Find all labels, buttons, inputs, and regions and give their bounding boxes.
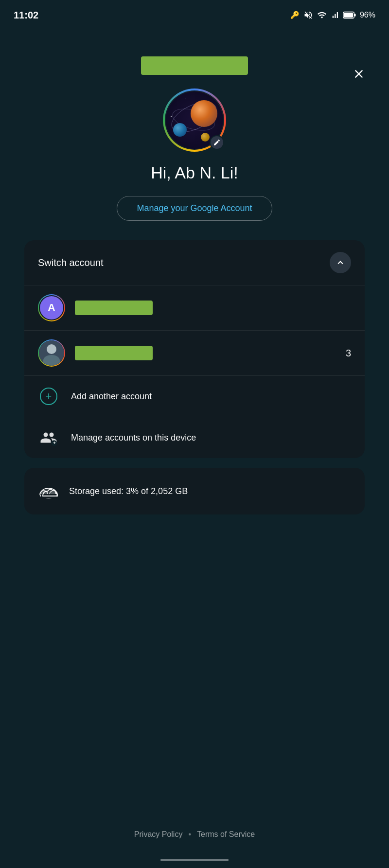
main-content: Hi, Ab N. Li! Manage your Google Account… — [0, 27, 389, 524]
close-button[interactable] — [348, 63, 370, 85]
terms-of-service-link[interactable]: Terms of Service — [197, 830, 255, 839]
key-icon: 🔑 — [290, 11, 300, 19]
battery-icon — [343, 11, 356, 19]
privacy-policy-link[interactable]: Privacy Policy — [134, 830, 183, 839]
account-row-1[interactable]: A — [24, 285, 365, 330]
account-avatar-2 — [38, 339, 65, 367]
storage-label: Storage used: 3% of 2,052 GB — [69, 486, 188, 496]
manage-accounts-icon — [38, 427, 59, 448]
plus-icon: + — [40, 388, 57, 405]
account-letter-1: A — [40, 296, 63, 319]
notification-badge: 3 — [346, 348, 351, 359]
account-name-redacted-1 — [75, 301, 153, 315]
storage-card[interactable]: Storage used: 3% of 2,052 GB — [24, 468, 365, 514]
mute-icon — [303, 10, 313, 20]
account-name-redacted-2 — [75, 346, 153, 360]
signal-icon — [331, 10, 339, 20]
switch-account-card: Switch account A — [24, 240, 365, 458]
battery-percentage: 96% — [360, 11, 375, 19]
redacted-top-bar — [141, 56, 248, 75]
switch-account-title: Switch account — [38, 257, 104, 268]
switch-account-header: Switch account — [24, 240, 365, 285]
avatar-container — [163, 89, 226, 152]
account-row-2[interactable]: 3 — [24, 331, 365, 375]
wifi-icon — [317, 10, 327, 20]
account-photo-2 — [39, 340, 64, 366]
status-bar: 11:02 🔑 96% — [0, 0, 389, 27]
footer: Privacy Policy • Terms of Service — [0, 830, 389, 839]
edit-avatar-badge[interactable] — [210, 135, 224, 150]
manage-account-button[interactable]: Manage your Google Account — [117, 196, 272, 221]
add-account-row[interactable]: + Add another account — [24, 376, 365, 417]
manage-device-label: Manage accounts on this device — [71, 433, 196, 443]
collapse-switch-account-button[interactable] — [330, 252, 351, 273]
manage-device-accounts-row[interactable]: Manage accounts on this device — [24, 417, 365, 458]
status-time: 11:02 — [14, 10, 38, 21]
storage-card-content: Storage used: 3% of 2,052 GB — [24, 468, 365, 514]
add-account-icon: + — [38, 386, 59, 407]
greeting-text: Hi, Ab N. Li! — [151, 163, 238, 182]
footer-separator: • — [188, 830, 191, 839]
status-icons: 🔑 96% — [290, 10, 375, 20]
cloud-storage-icon — [38, 480, 59, 502]
svg-rect-2 — [354, 14, 356, 17]
svg-rect-1 — [344, 13, 353, 18]
add-account-label: Add another account — [71, 391, 152, 402]
home-indicator — [160, 859, 229, 861]
account-avatar-1: A — [38, 294, 65, 321]
